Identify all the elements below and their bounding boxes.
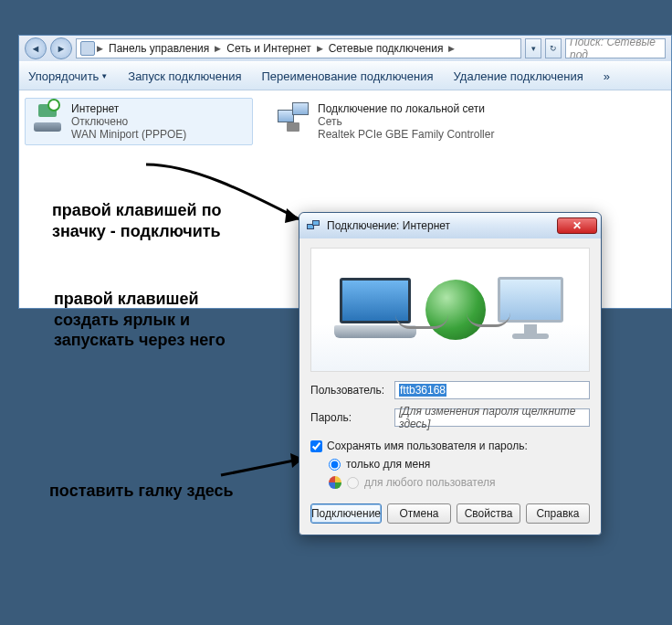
connection-name: Интернет xyxy=(71,102,186,115)
toolbar-rename-connection[interactable]: Переименование подключения xyxy=(262,69,434,83)
toolbar-start-connection[interactable]: Запуск подключения xyxy=(128,69,241,83)
password-label: Пароль: xyxy=(310,411,389,424)
globe-icon xyxy=(425,280,486,340)
connect-dialog: Подключение: Интернет ✕ Пользователь: ft… xyxy=(299,212,602,535)
dialog-title-text: Подключение: Интернет xyxy=(327,219,450,232)
connection-status: Отключено xyxy=(71,115,186,128)
laptop-icon xyxy=(334,278,416,342)
password-input[interactable]: [Для изменения пароля щелкните здесь] xyxy=(394,408,590,427)
save-credentials-label: Сохранять имя пользователя и пароль: xyxy=(327,440,528,452)
connection-item-internet[interactable]: Интернет Отключено WAN Miniport (PPPOE) xyxy=(25,98,253,145)
connection-illustration xyxy=(310,248,590,372)
search-placeholder: Поиск: Сетевые под xyxy=(570,38,661,58)
connect-button[interactable]: Подключение xyxy=(310,503,382,524)
help-button[interactable]: Справка xyxy=(526,503,590,524)
any-user-label: для любого пользователя xyxy=(364,476,496,489)
cancel-button[interactable]: Отмена xyxy=(387,503,451,524)
connection-device: WAN Miniport (PPPOE) xyxy=(71,128,186,141)
toolbar-organize[interactable]: Упорядочить ▼ xyxy=(28,69,108,83)
close-button[interactable]: ✕ xyxy=(557,217,597,234)
search-input[interactable]: Поиск: Сетевые под xyxy=(565,38,666,58)
connection-item-lan[interactable]: Подключение по локальной сети Сеть Realt… xyxy=(271,98,499,145)
username-input[interactable]: fttb36168 xyxy=(394,381,590,399)
breadcrumb-sep: ▶ xyxy=(215,44,221,53)
svg-line-1 xyxy=(221,459,303,475)
annotation-create-shortcut: правой клавишей создать ярлык и запускат… xyxy=(54,289,226,351)
address-bar[interactable]: ▶ Панель управления ▶ Сеть и Интернет ▶ … xyxy=(76,38,521,58)
connection-icon xyxy=(307,218,321,233)
svg-marker-0 xyxy=(285,208,299,223)
connection-status: Сеть xyxy=(318,115,494,128)
chevron-down-icon: ▼ xyxy=(100,72,108,80)
username-label: Пользователь: xyxy=(310,384,389,397)
dialog-titlebar[interactable]: Подключение: Интернет ✕ xyxy=(299,213,601,238)
connection-device: Realtek PCIe GBE Family Controller xyxy=(318,128,494,141)
arrow-icon xyxy=(137,155,310,238)
nav-forward-button[interactable]: ► xyxy=(50,37,72,59)
breadcrumb-item[interactable]: Сетевые подключения xyxy=(325,42,447,55)
nav-back-button[interactable]: ◄ xyxy=(25,37,47,59)
refresh-button[interactable]: ↻ xyxy=(545,38,562,58)
dialup-icon xyxy=(29,102,66,141)
annotation-put-check-here: поставить галку здесь xyxy=(49,481,234,502)
address-dropdown-button[interactable]: ▾ xyxy=(525,38,541,58)
toolbar-delete-connection[interactable]: Удаление подключения xyxy=(454,69,583,83)
breadcrumb-item[interactable]: Сеть и Интернет xyxy=(223,42,314,55)
breadcrumb-sep: ▶ xyxy=(448,44,455,53)
only-me-radio[interactable] xyxy=(329,459,341,471)
monitor-icon xyxy=(495,277,566,343)
only-me-label: только для меня xyxy=(346,458,430,471)
connection-name: Подключение по локальной сети xyxy=(318,102,494,115)
shield-icon xyxy=(329,476,341,489)
toolbar-overflow[interactable]: » xyxy=(604,69,610,83)
breadcrumb-sep: ▶ xyxy=(317,44,323,53)
properties-button[interactable]: Свойства xyxy=(457,503,520,524)
any-user-radio xyxy=(347,477,359,489)
command-toolbar: Упорядочить ▼ Запуск подключения Переиме… xyxy=(19,61,671,90)
location-icon xyxy=(80,41,95,56)
lan-icon xyxy=(276,102,312,141)
save-credentials-checkbox[interactable] xyxy=(310,440,322,452)
breadcrumb-sep: ▶ xyxy=(97,44,103,53)
address-bar-row: ◄ ► ▶ Панель управления ▶ Сеть и Интерне… xyxy=(19,36,671,61)
breadcrumb-item[interactable]: Панель управления xyxy=(105,42,213,55)
connections-pane: Интернет Отключено WAN Miniport (PPPOE) … xyxy=(19,90,671,153)
